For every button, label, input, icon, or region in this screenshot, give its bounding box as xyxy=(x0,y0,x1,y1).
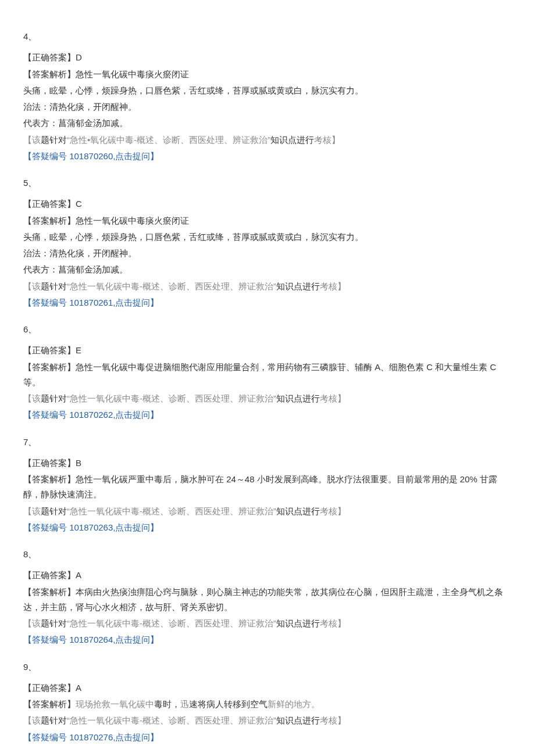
knowledge-post: 考核】 xyxy=(320,715,346,725)
knowledge-quote: “急性一氧化碳中毒-概述、诊断、西医处理、辨证救治” xyxy=(67,281,276,291)
knowledge-mid2: 知识点进行 xyxy=(276,393,320,403)
knowledge-mid: 题针对 xyxy=(41,715,67,725)
knowledge-pre: 【该 xyxy=(23,281,41,291)
question-number: 9、 xyxy=(23,660,512,675)
qa-link[interactable]: 【答疑编号 101870263,点击提问】 xyxy=(23,520,512,535)
correct-answer: 【正确答案】E xyxy=(23,343,512,358)
knowledge-mid: 题针对 xyxy=(41,281,67,291)
knowledge-mid2: 知识点进行 xyxy=(276,506,320,516)
explanation-fragment: 速将病 xyxy=(189,699,215,709)
explanation-line: 代表方：菖蒲郁金汤加减。 xyxy=(23,116,512,131)
question-block: 4、【正确答案】D【答案解析】急性一氧化碳中毒痰火瘀闭证头痛，眩晕，心悸，烦躁身… xyxy=(23,29,512,164)
knowledge-point: 【该题针对“急性•氧化碳中毒-概述、诊断、西医处理、辨证救治”知识点进行考核】 xyxy=(23,132,512,148)
correct-answer: 【正确答案】D xyxy=(23,50,512,65)
knowledge-quote: “急性一氧化碳中毒-概述、诊断、西医处理、辨证救治” xyxy=(67,715,276,725)
knowledge-point: 【该题针对“急性一氧化碳中毒-概述、诊断、西医处理、辨证救治”知识点进行考核】 xyxy=(23,616,512,631)
question-block: 9、【正确答案】A【答案解析】现场抢救一氧化碳中毒时，迅速将病人转移到空气新鲜的… xyxy=(23,660,512,745)
qa-link[interactable]: 【答疑编号 101870260,点击提问】 xyxy=(23,149,512,164)
explanation-line: 【答案解析】急性一氧化碳中毒痰火瘀闭证 xyxy=(23,213,512,228)
knowledge-quote: “急性•氧化碳中毒-概述、诊断、西医处理、辨证救治” xyxy=(67,135,270,145)
knowledge-pre: 【该 xyxy=(23,506,41,516)
explanation-fragment: 新鲜的地方。 xyxy=(268,699,320,709)
qa-link[interactable]: 【答疑编号 101870261,点击提问】 xyxy=(23,295,512,310)
qa-link[interactable]: 【答疑编号 101870264,点击提问】 xyxy=(23,632,512,647)
explanation-fragment: 【答案解析】 xyxy=(23,699,76,709)
knowledge-quote: “急性一氧化碳中毒-概述、诊断、西医处理、辨证救治” xyxy=(67,393,276,403)
knowledge-point: 【该题针对“急性一氧化碳中毒-概述、诊断、西医处理、辨证救治”知识点进行考核】 xyxy=(23,504,512,519)
explanation-line: 【答案解析】本病由火热痰浊痹阻心窍与脑脉，则心脑主神志的功能失常，故其病位在心脑… xyxy=(23,585,512,615)
knowledge-mid2: 知识点进行 xyxy=(276,281,320,291)
knowledge-mid: 题针对 xyxy=(41,506,67,516)
question-block: 8、【正确答案】A【答案解析】本病由火热痰浊痹阻心窍与脑脉，则心脑主神志的功能失… xyxy=(23,547,512,648)
knowledge-mid2: 知识点进行 xyxy=(270,135,314,145)
knowledge-pre: 【该 xyxy=(23,135,41,145)
correct-answer: 【正确答案】C xyxy=(23,196,512,212)
knowledge-point: 【该题针对“急性一氧化碳中毒-概述、诊断、西医处理、辨证救治”知识点进行考核】 xyxy=(23,713,512,728)
knowledge-quote: “急性一氧化碳中毒-概述、诊断、西医处理、辨证救治” xyxy=(67,506,276,516)
explanation-line: 头痛，眩晕，心悸，烦躁身热，口唇色紫，舌红或绛，苔厚或腻或黄或白，脉沉实有力。 xyxy=(23,83,512,98)
knowledge-post: 考核】 xyxy=(320,618,346,628)
explanation-line: 代表方：菖蒲郁金汤加减。 xyxy=(23,262,512,277)
knowledge-mid: 题针对 xyxy=(41,393,67,403)
explanation-line: 【答案解析】急性一氧化碳中毒促进脑细胞代谢应用能量合剂，常用药物有三磷腺苷、辅酶… xyxy=(23,360,512,390)
knowledge-post: 考核】 xyxy=(320,281,346,291)
knowledge-point: 【该题针对“急性一氧化碳中毒-概述、诊断、西医处理、辨证救治”知识点进行考核】 xyxy=(23,391,512,406)
question-block: 6、【正确答案】E【答案解析】急性一氧化碳中毒促进脑细胞代谢应用能量合剂，常用药… xyxy=(23,322,512,423)
correct-answer: 【正确答案】B xyxy=(23,456,512,471)
page-content: 4、【正确答案】D【答案解析】急性一氧化碳中毒痰火瘀闭证头痛，眩晕，心悸，烦躁身… xyxy=(0,0,535,756)
explanation-line: 治法：清热化痰，开闭醒神。 xyxy=(23,246,512,261)
explanation-line: 【答案解析】急性一氧化碳中毒痰火瘀闭证 xyxy=(23,67,512,82)
explanation-line: 头痛，眩晕，心悸，烦躁身热，口唇色紫，舌红或绛，苔厚或腻或黄或白，脉沉实有力。 xyxy=(23,230,512,245)
explanation-fragment: 人转移到空气 xyxy=(215,699,268,709)
knowledge-pre: 【该 xyxy=(23,393,41,403)
qa-link[interactable]: 【答疑编号 101870262,点击提问】 xyxy=(23,407,512,422)
knowledge-mid: 题针对 xyxy=(41,618,67,628)
explanation-line: 【答案解析】现场抢救一氧化碳中毒时，迅速将病人转移到空气新鲜的地方。 xyxy=(23,697,512,712)
knowledge-mid2: 知识点进行 xyxy=(276,715,320,725)
correct-answer: 【正确答案】A xyxy=(23,680,512,696)
knowledge-point: 【该题针对“急性一氧化碳中毒-概述、诊断、西医处理、辨证救治”知识点进行考核】 xyxy=(23,279,512,294)
explanation-line: 【答案解析】急性一氧化碳严重中毒后，脑水肿可在 24～48 小时发展到高峰。脱水… xyxy=(23,472,512,503)
question-number: 7、 xyxy=(23,435,512,450)
explanation-line: 治法：清热化痰，开闭醒神。 xyxy=(23,99,512,114)
question-number: 5、 xyxy=(23,175,512,191)
knowledge-pre: 【该 xyxy=(23,618,41,628)
correct-answer: 【正确答案】A xyxy=(23,568,512,583)
question-number: 8、 xyxy=(23,547,512,562)
knowledge-quote: “急性一氧化碳中毒-概述、诊断、西医处理、辨证救治” xyxy=(67,618,276,628)
knowledge-post: 考核】 xyxy=(320,506,346,516)
knowledge-post: 考核】 xyxy=(320,393,346,403)
knowledge-pre: 【该 xyxy=(23,715,41,725)
question-number: 4、 xyxy=(23,29,512,44)
question-block: 7、【正确答案】B【答案解析】急性一氧化碳严重中毒后，脑水肿可在 24～48 小… xyxy=(23,435,512,536)
explanation-fragment: 毒时， xyxy=(154,699,180,709)
explanation-fragment: 现场抢救一氧化碳中 xyxy=(76,699,154,709)
knowledge-post: 考核】 xyxy=(314,135,340,145)
question-block: 5、【正确答案】C【答案解析】急性一氧化碳中毒痰火瘀闭证头痛，眩晕，心悸，烦躁身… xyxy=(23,175,512,310)
explanation-fragment: 迅 xyxy=(180,699,189,709)
knowledge-mid2: 知识点进行 xyxy=(276,618,320,628)
qa-link[interactable]: 【答疑编号 101870276,点击提问】 xyxy=(23,730,512,745)
question-number: 6、 xyxy=(23,322,512,337)
knowledge-mid: 题针对 xyxy=(41,135,67,145)
